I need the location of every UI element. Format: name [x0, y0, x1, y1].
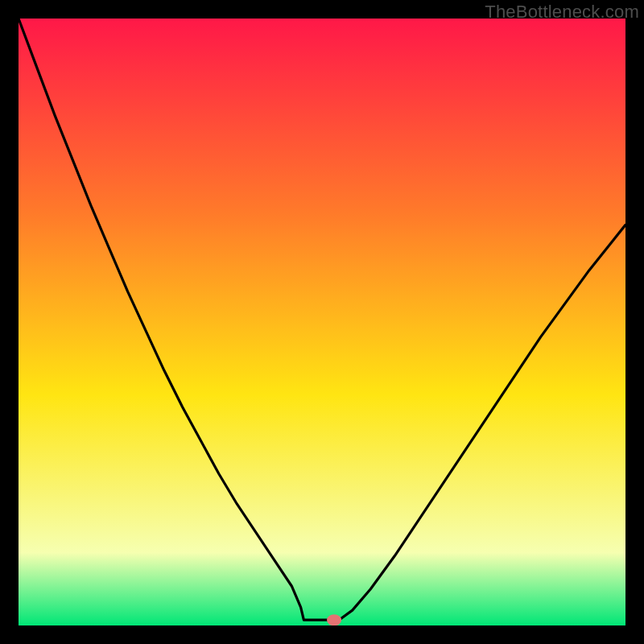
sweet-spot-marker	[327, 614, 341, 625]
gradient-background	[19, 19, 625, 625]
plot-area	[19, 19, 625, 625]
plot-svg	[19, 19, 625, 625]
chart-frame: TheBottleneck.com	[0, 0, 644, 644]
